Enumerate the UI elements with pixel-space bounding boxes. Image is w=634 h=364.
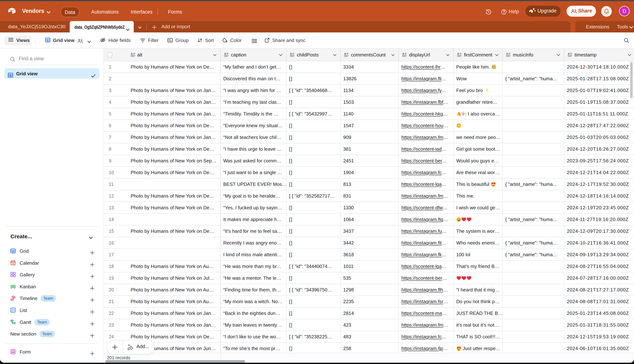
- svg-text:31: 31: [12, 262, 14, 265]
